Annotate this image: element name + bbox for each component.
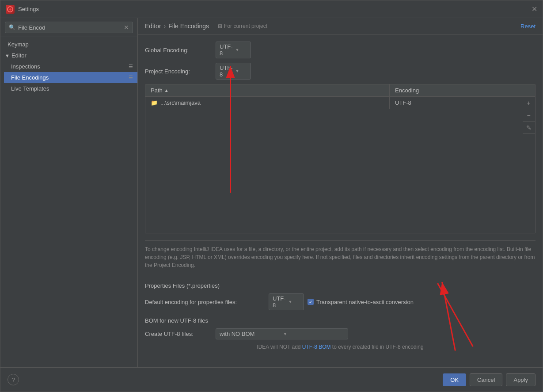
folder-icon: 📁 [151,99,158,106]
sidebar: 🔍 ✕ Keymap ▼ Editor Inspections ☰ [0,18,138,367]
default-encoding-label: Default encoding for properties files: [145,299,269,305]
breadcrumb: Editor › File Encodings [145,23,209,30]
encodings-table: Path ▲ Encoding [145,84,535,233]
edit-row-button[interactable]: ✎ [523,122,535,134]
table-row[interactable]: 📁 ...\src\main\java UTF-8 [145,97,522,109]
project-encoding-dropdown[interactable]: UTF-8 ▼ [216,63,251,80]
editor-children: Inspections ☰ File Encodings ☰ Live Temp… [0,61,137,94]
sort-arrow: ▲ [164,88,169,93]
global-encoding-label: Global Encoding: [145,47,216,53]
bom-info-text: IDEA will NOT add UTF-8 BOM to every cre… [145,344,535,350]
sidebar-item-live-templates[interactable]: Live Templates [4,83,137,94]
table-empty-space [145,109,522,233]
close-icon[interactable]: ✕ [532,5,537,13]
footer: ? OK Cancel Apply [0,367,543,392]
global-encoding-dropdown[interactable]: UTF-8 ▼ [216,42,251,58]
search-clear-icon[interactable]: ✕ [124,24,129,31]
dropdown-arrow: ▼ [289,300,300,304]
bom-section: BOM for new UTF-8 files Create UTF-8 fil… [145,317,535,350]
titlebar: Settings ✕ [0,0,543,18]
main-wrapper: Editor › File Encodings ⊞ For current pr… [138,18,543,367]
table-actions: + − ✎ [522,97,535,233]
remove-row-button[interactable]: − [523,109,535,122]
apply-button[interactable]: Apply [506,373,535,386]
bom-create-row: Create UTF-8 files: with NO BOM ▼ [145,328,535,339]
properties-encoding-row: Default encoding for properties files: U… [145,293,535,310]
for-current-project: ⊞ For current project [218,23,267,29]
search-input[interactable] [18,24,124,31]
sidebar-item-file-encodings[interactable]: File Encodings ☰ [4,72,137,83]
window-title: Settings [18,6,39,12]
content-area: 🔍 ✕ Keymap ▼ Editor Inspections ☰ [0,18,543,367]
main-body: Global Encoding: UTF-8 ▼ Project Encodin… [138,34,543,367]
reset-button[interactable]: Reset [520,23,535,30]
bom-highlight: UTF-8 BOM [302,344,331,350]
dropdown-arrow: ▼ [235,69,247,73]
global-encoding-row: Global Encoding: UTF-8 ▼ [145,42,535,58]
ok-button[interactable]: OK [443,373,466,386]
encoding-column-header: Encoding [389,84,522,96]
sidebar-item-editor[interactable]: ▼ Editor [0,50,137,61]
search-wrapper: 🔍 ✕ [5,22,133,33]
transparent-conversion-checkbox[interactable]: ✓ [308,299,314,305]
project-icon: ⊞ [218,23,222,29]
table-header: Path ▲ Encoding [145,84,535,97]
table-body: 📁 ...\src\main\java UTF-8 [145,97,522,233]
sidebar-tree: Keymap ▼ Editor Inspections ☰ File Encod… [0,37,137,367]
footer-buttons: OK Cancel Apply [443,373,535,386]
breadcrumb-arrow: › [164,23,166,30]
info-text: To change encoding IntelliJ IDEA uses fo… [145,240,535,274]
checkbox-label: Transparent native-to-ascii conversion [316,299,414,305]
inspections-settings-icon: ☰ [129,64,133,69]
project-encoding-row: Project Encoding: UTF-8 ▼ [145,63,535,80]
transparent-conversion-wrapper: ✓ Transparent native-to-ascii conversion [308,299,414,305]
cancel-button[interactable]: Cancel [470,373,502,386]
path-cell: 📁 ...\src\main\java [145,97,389,109]
app-icon [6,5,15,14]
search-icon: 🔍 [9,24,15,30]
bom-select-dropdown[interactable]: with NO BOM ▼ [216,328,348,339]
dropdown-arrow: ▼ [235,48,247,52]
project-encoding-label: Project Encoding: [145,68,216,75]
encoding-cell: UTF-8 [389,97,522,109]
breadcrumb-parent: Editor [145,23,161,30]
help-button[interactable]: ? [8,374,19,385]
main-header: Editor › File Encodings ⊞ For current pr… [138,18,543,34]
path-column-header: Path ▲ [145,84,389,96]
expand-arrow: ▼ [5,53,10,58]
sidebar-item-inspections[interactable]: Inspections ☰ [4,61,137,72]
breadcrumb-current: File Encodings [168,23,209,30]
properties-encoding-dropdown[interactable]: UTF-8 ▼ [269,293,304,310]
checkbox-checkmark: ✓ [309,300,312,304]
file-encodings-settings-icon: ☰ [129,75,133,80]
table-body-wrapper: 📁 ...\src\main\java UTF-8 [145,97,535,233]
bom-create-label: Create UTF-8 files: [145,331,216,337]
add-row-button[interactable]: + [523,97,535,109]
sidebar-item-keymap[interactable]: Keymap [0,39,137,50]
dropdown-arrow: ▼ [283,332,344,336]
settings-window: Settings ✕ 🔍 ✕ Keymap ▼ Editor [0,0,543,392]
main-panel: Editor › File Encodings ⊞ For current pr… [138,18,543,367]
search-bar: 🔍 ✕ [0,18,137,37]
properties-section-title: Properties Files (*.properties) [145,282,535,289]
bom-section-title: BOM for new UTF-8 files [145,317,535,324]
